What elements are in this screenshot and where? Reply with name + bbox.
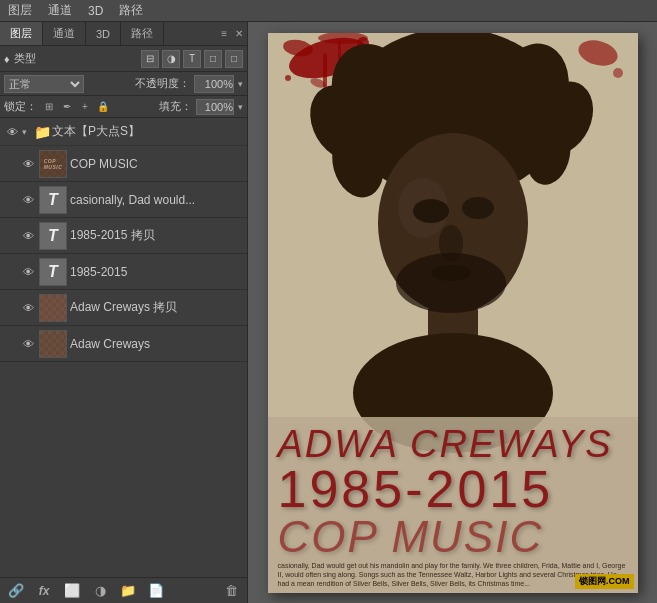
delete-icon[interactable]: 🗑 <box>221 581 241 601</box>
layer-name-adaw: Adaw Creways <box>70 337 243 351</box>
layers-list: 👁 ▾ 📁 文本【P大点S】 👁 COPMUSIC COP MUSIC 👁 T … <box>0 118 247 577</box>
layer-item-casionally[interactable]: 👁 T casionally, Dad would... <box>0 182 247 218</box>
group-eye-icon[interactable]: 👁 <box>4 124 20 140</box>
fill-label: 填充： <box>159 99 192 114</box>
layer-name-casionally: casionally, Dad would... <box>70 193 243 207</box>
layer-thumb-casionally: T <box>39 186 67 214</box>
tab-3d[interactable]: 3D <box>86 22 121 45</box>
menu-bar: 图层 通道 3D 路径 <box>0 0 657 22</box>
new-layer-icon[interactable]: 📄 <box>146 581 166 601</box>
filter-shape-btn[interactable]: □ <box>204 50 222 68</box>
layer-eye-year-copy[interactable]: 👁 <box>20 228 36 244</box>
main-area: 图层 通道 3D 路径 ≡ ✕ ♦ 类型 ⊟ ◑ T □ □ 正常 溶 <box>0 22 657 603</box>
layer-item-cop-music[interactable]: 👁 COPMUSIC COP MUSIC <box>0 146 247 182</box>
panel-tabs: 图层 通道 3D 路径 ≡ ✕ <box>0 22 247 46</box>
layer-name-cop-music: COP MUSIC <box>70 157 243 171</box>
artist-name-text: ADWA CREWAYS <box>278 425 628 463</box>
lock-transform-btn[interactable]: + <box>77 99 93 115</box>
layer-thumb-year-copy: T <box>39 222 67 250</box>
layer-eye-cop-music[interactable]: 👁 <box>20 156 36 172</box>
adjustment-icon[interactable]: ◑ <box>90 581 110 601</box>
layer-item-adaw[interactable]: 👁 Adaw Creways <box>0 326 247 362</box>
layer-name-year: 1985-2015 <box>70 265 243 279</box>
lock-row: 锁定： ⊞ ✒ + 🔒 填充： ▾ <box>0 96 247 118</box>
layer-eye-casionally[interactable]: 👁 <box>20 192 36 208</box>
layer-name-adaw-copy: Adaw Creways 拷贝 <box>70 299 243 316</box>
layer-item-adaw-copy[interactable]: 👁 Adaw Creways 拷贝 <box>0 290 247 326</box>
layer-eye-adaw-copy[interactable]: 👁 <box>20 300 36 316</box>
mask-icon[interactable]: ⬜ <box>62 581 82 601</box>
filter-pixel-btn[interactable]: ⊟ <box>141 50 159 68</box>
lock-position-btn[interactable]: ✒ <box>59 99 75 115</box>
svg-point-29 <box>396 253 506 313</box>
filter-icon: ♦ <box>4 53 10 65</box>
menu-channels[interactable]: 通道 <box>48 2 72 19</box>
tab-paths[interactable]: 路径 <box>121 22 164 45</box>
fill-dropdown[interactable]: ▾ <box>238 102 243 112</box>
watermark: 锁图网.COM <box>575 574 634 589</box>
link-icon[interactable]: 🔗 <box>6 581 26 601</box>
layers-panel: 图层 通道 3D 路径 ≡ ✕ ♦ 类型 ⊟ ◑ T □ □ 正常 溶 <box>0 22 248 603</box>
poster-bottom: ADWA CREWAYS 1985-2015 COP MUSIC casiona… <box>268 417 638 592</box>
filter-adjust-btn[interactable]: ◑ <box>162 50 180 68</box>
blend-mode-select[interactable]: 正常 溶解 正片叠底 <box>4 75 84 93</box>
filter-text-btn[interactable]: T <box>183 50 201 68</box>
fx-icon[interactable]: fx <box>34 581 54 601</box>
poster: ADWA CREWAYS 1985-2015 COP MUSIC casiona… <box>268 33 638 593</box>
portrait-svg <box>283 33 623 453</box>
filter-row: ♦ 类型 ⊟ ◑ T □ □ <box>0 46 247 72</box>
filter-label: 类型 <box>14 51 36 66</box>
opacity-label: 不透明度： <box>135 76 190 91</box>
lock-icons: ⊞ ✒ + 🔒 <box>41 99 111 115</box>
panel-menu-icon[interactable]: ≡ <box>217 28 231 39</box>
panel-close-icon[interactable]: ✕ <box>231 28 247 39</box>
layer-item-year-copy[interactable]: 👁 T 1985-2015 拷贝 <box>0 218 247 254</box>
tab-layers[interactable]: 图层 <box>0 22 43 45</box>
layer-group-text[interactable]: 👁 ▾ 📁 文本【P大点S】 <box>0 118 247 146</box>
cop-music-text: COP MUSIC <box>278 515 628 559</box>
layer-thumb-adaw-copy <box>39 294 67 322</box>
layer-name-year-copy: 1985-2015 拷贝 <box>70 227 243 244</box>
blend-row: 正常 溶解 正片叠底 不透明度： ▾ <box>0 72 247 96</box>
fill-input[interactable] <box>196 99 234 115</box>
svg-point-26 <box>462 197 494 219</box>
tab-channels[interactable]: 通道 <box>43 22 86 45</box>
svg-point-25 <box>413 199 449 223</box>
group-collapse-icon[interactable]: ▾ <box>22 127 32 137</box>
menu-layers[interactable]: 图层 <box>8 2 32 19</box>
layer-item-year[interactable]: 👁 T 1985-2015 <box>0 254 247 290</box>
canvas-area: ADWA CREWAYS 1985-2015 COP MUSIC casiona… <box>248 22 657 603</box>
filter-icons: ⊟ ◑ T □ □ <box>141 50 243 68</box>
folder-new-icon[interactable]: 📁 <box>118 581 138 601</box>
group-name: 文本【P大点S】 <box>52 123 243 140</box>
lock-pixels-btn[interactable]: ⊞ <box>41 99 57 115</box>
menu-3d[interactable]: 3D <box>88 4 103 18</box>
menu-paths[interactable]: 路径 <box>119 2 143 19</box>
layer-eye-adaw[interactable]: 👁 <box>20 336 36 352</box>
opacity-dropdown[interactable]: ▾ <box>238 79 243 89</box>
opacity-input[interactable] <box>194 75 234 93</box>
layers-bottom-toolbar: 🔗 fx ⬜ ◑ 📁 📄 🗑 <box>0 577 247 603</box>
layer-thumb-adaw <box>39 330 67 358</box>
layer-thumb-year: T <box>39 258 67 286</box>
filter-smart-btn[interactable]: □ <box>225 50 243 68</box>
lock-all-btn[interactable]: 🔒 <box>95 99 111 115</box>
lock-label: 锁定： <box>4 99 37 114</box>
folder-icon: 📁 <box>34 124 50 140</box>
years-text: 1985-2015 <box>278 463 628 515</box>
layer-thumb-cop-music: COPMUSIC <box>39 150 67 178</box>
layer-eye-year[interactable]: 👁 <box>20 264 36 280</box>
